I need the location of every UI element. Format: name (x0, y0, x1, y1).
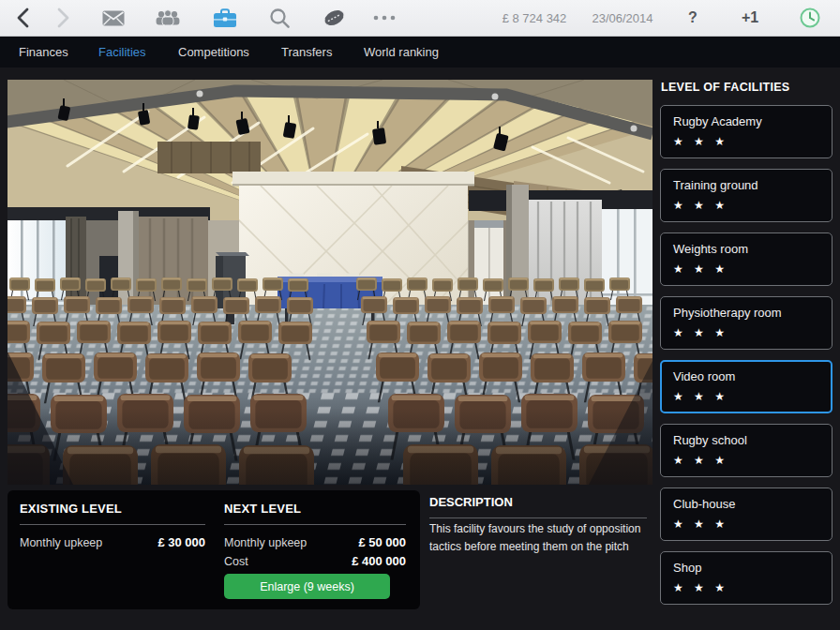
balance-text: £ 8 724 342 (502, 11, 567, 25)
date-text: 23/06/2014 (592, 11, 652, 25)
chevron-left-icon (14, 7, 35, 29)
tab-transfers[interactable]: Transfers (281, 37, 332, 68)
next-cost-value: £ 400 000 (352, 554, 406, 568)
facility-stars: ★ ★ ★ (673, 518, 819, 531)
club-button[interactable] (208, 0, 242, 36)
facility-card-club-house[interactable]: Club-house ★ ★ ★ (660, 488, 832, 541)
facility-card-video-room[interactable]: Video room ★ ★ ★ (660, 360, 832, 413)
description-section: DESCRIPTION This facility favours the st… (429, 495, 647, 554)
existing-level-section: EXISTING LEVEL Monthly upkeep £ 30 000 (20, 502, 205, 549)
match-button[interactable] (317, 0, 351, 36)
facility-stars: ★ ★ ★ (673, 326, 819, 339)
next-upkeep-label: Monthly upkeep (224, 536, 307, 549)
facility-name: Weights room (673, 242, 819, 256)
existing-level-title: EXISTING LEVEL (20, 502, 205, 525)
facility-stars: ★ ★ ★ (673, 581, 819, 594)
chevron-right-icon (52, 7, 72, 29)
clock-icon (799, 7, 821, 29)
facility-card-shop[interactable]: Shop ★ ★ ★ (660, 551, 832, 605)
sidebar-title: LEVEL OF FACILITIES (661, 81, 832, 94)
section-tabbar: Finances Facilities Competitions Transfe… (0, 37, 840, 68)
description-line: This facility favours the study of oppos… (429, 522, 647, 536)
description-title: DESCRIPTION (429, 495, 647, 518)
facilities-sidebar: LEVEL OF FACILITIES Rugby Academy ★ ★ ★ … (660, 80, 832, 615)
next-upkeep-value: £ 50 000 (358, 535, 406, 549)
plus-one-label: +1 (742, 9, 758, 26)
facility-photo (8, 80, 652, 485)
club-balance: £ 8 724 342 (495, 0, 574, 36)
continue-button[interactable] (793, 0, 827, 36)
next-level-title: NEXT LEVEL (224, 502, 406, 525)
advance-day-button[interactable]: +1 (733, 0, 767, 36)
facility-stars: ★ ★ ★ (673, 199, 819, 212)
search-icon (269, 8, 291, 29)
facility-stars: ★ ★ ★ (673, 262, 819, 276)
facility-name: Physiotherapy room (673, 306, 819, 320)
facility-name: Shop (673, 561, 819, 575)
facility-card-physiotherapy-room[interactable]: Physiotherapy room ★ ★ ★ (660, 296, 832, 350)
facility-name: Video room (673, 369, 819, 383)
description-line: tactics before meeting them on the pitch (429, 540, 647, 554)
briefcase-icon (213, 8, 237, 28)
facility-card-training-ground[interactable]: Training ground ★ ★ ★ (660, 169, 832, 222)
people-icon (155, 9, 181, 26)
next-cost-label: Cost (224, 555, 248, 568)
existing-upkeep-label: Monthly upkeep (20, 536, 102, 549)
forward-button[interactable] (47, 0, 77, 36)
facility-stars: ★ ★ ★ (673, 454, 819, 467)
tab-facilities[interactable]: Facilities (98, 37, 146, 68)
app-window: £ 8 724 342 23/06/2014 ? +1 Finances Fac… (0, 0, 840, 630)
squad-button[interactable] (150, 0, 186, 36)
facility-stars: ★ ★ ★ (673, 390, 819, 403)
facility-card-rugby-school[interactable]: Rugby school ★ ★ ★ (660, 424, 832, 477)
back-button[interactable] (9, 0, 39, 36)
next-level-section: NEXT LEVEL Monthly upkeep £ 50 000 Cost … (224, 502, 406, 568)
help-label: ? (688, 9, 698, 26)
facility-name: Rugby school (673, 433, 819, 447)
facility-card-rugby-academy[interactable]: Rugby Academy ★ ★ ★ (660, 105, 832, 158)
enlarge-button[interactable]: Enlarge (9 weeks) (224, 574, 390, 599)
facility-name: Training ground (673, 178, 819, 192)
search-button[interactable] (263, 0, 295, 36)
help-button[interactable]: ? (679, 0, 707, 36)
rugby-ball-icon (322, 8, 347, 28)
facility-name: Rugby Academy (673, 114, 819, 128)
level-panel: EXISTING LEVEL Monthly upkeep £ 30 000 N… (8, 490, 420, 609)
facility-stars: ★ ★ ★ (673, 135, 819, 148)
mail-icon (102, 10, 125, 26)
more-icon (373, 15, 396, 21)
more-button[interactable] (368, 0, 401, 36)
existing-upkeep-value: £ 30 000 (158, 535, 205, 549)
mail-button[interactable] (98, 0, 129, 36)
game-date: 23/06/2014 (585, 0, 660, 36)
tab-finances[interactable]: Finances (19, 37, 68, 68)
tab-competitions[interactable]: Competitions (178, 37, 249, 68)
tab-world-ranking[interactable]: World ranking (364, 37, 439, 68)
top-toolbar: £ 8 724 342 23/06/2014 ? +1 (0, 0, 840, 37)
facility-card-weights-room[interactable]: Weights room ★ ★ ★ (660, 232, 832, 286)
facility-name: Club-house (673, 497, 819, 511)
